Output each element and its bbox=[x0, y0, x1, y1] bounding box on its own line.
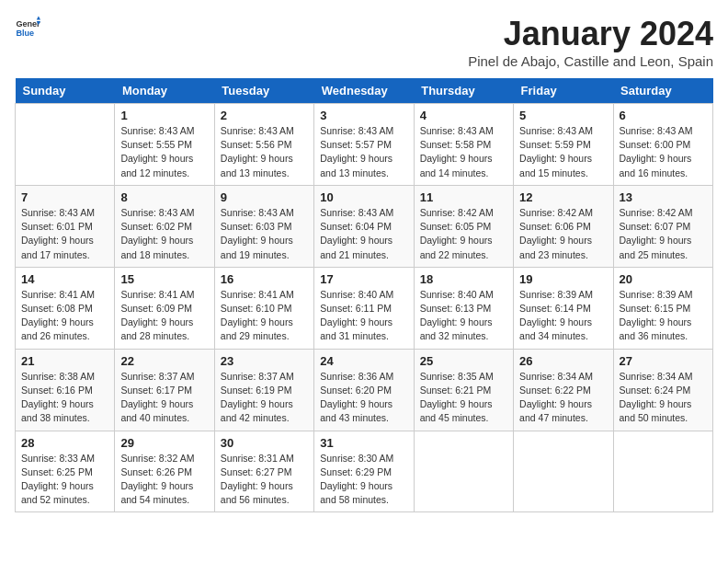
calendar-cell: 15Sunrise: 8:41 AM Sunset: 6:09 PM Dayli… bbox=[115, 267, 214, 349]
calendar-cell: 10Sunrise: 8:43 AM Sunset: 6:04 PM Dayli… bbox=[314, 185, 414, 267]
calendar-cell: 3Sunrise: 8:43 AM Sunset: 5:57 PM Daylig… bbox=[314, 104, 414, 186]
calendar-cell: 2Sunrise: 8:43 AM Sunset: 5:56 PM Daylig… bbox=[214, 104, 313, 186]
cell-text: Sunrise: 8:41 AM Sunset: 6:08 PM Dayligh… bbox=[21, 288, 108, 344]
calendar-cell: 4Sunrise: 8:43 AM Sunset: 5:58 PM Daylig… bbox=[414, 104, 513, 186]
calendar-subtitle: Pinel de Abajo, Castille and Leon, Spain bbox=[468, 53, 713, 69]
day-number: 23 bbox=[221, 354, 308, 368]
calendar-cell: 9Sunrise: 8:43 AM Sunset: 6:03 PM Daylig… bbox=[214, 185, 313, 267]
cell-text: Sunrise: 8:40 AM Sunset: 6:13 PM Dayligh… bbox=[420, 288, 507, 344]
cell-text: Sunrise: 8:43 AM Sunset: 6:04 PM Dayligh… bbox=[320, 206, 407, 262]
calendar-cell: 17Sunrise: 8:40 AM Sunset: 6:11 PM Dayli… bbox=[314, 267, 414, 349]
cell-text: Sunrise: 8:42 AM Sunset: 6:06 PM Dayligh… bbox=[519, 206, 607, 262]
cell-text: Sunrise: 8:42 AM Sunset: 6:07 PM Dayligh… bbox=[620, 206, 707, 262]
cell-text: Sunrise: 8:40 AM Sunset: 6:11 PM Dayligh… bbox=[320, 288, 407, 344]
cell-text: Sunrise: 8:41 AM Sunset: 6:09 PM Dayligh… bbox=[120, 288, 208, 344]
day-number: 10 bbox=[320, 190, 407, 204]
logo-icon: General Blue bbox=[15, 15, 40, 40]
cell-text: Sunrise: 8:43 AM Sunset: 6:03 PM Dayligh… bbox=[221, 206, 308, 262]
day-number: 21 bbox=[21, 354, 108, 368]
calendar-cell: 12Sunrise: 8:42 AM Sunset: 6:06 PM Dayli… bbox=[514, 185, 613, 267]
calendar-body: 1Sunrise: 8:43 AM Sunset: 5:55 PM Daylig… bbox=[16, 104, 713, 512]
col-header-tuesday: Tuesday bbox=[214, 78, 313, 104]
calendar-cell: 16Sunrise: 8:41 AM Sunset: 6:10 PM Dayli… bbox=[214, 267, 313, 349]
calendar-cell: 13Sunrise: 8:42 AM Sunset: 6:07 PM Dayli… bbox=[613, 185, 712, 267]
cell-text: Sunrise: 8:35 AM Sunset: 6:21 PM Dayligh… bbox=[420, 370, 507, 426]
col-header-monday: Monday bbox=[115, 78, 214, 104]
week-row-1: 1Sunrise: 8:43 AM Sunset: 5:55 PM Daylig… bbox=[16, 104, 713, 186]
title-area: January 2024 Pinel de Abajo, Castille an… bbox=[468, 15, 713, 69]
col-header-saturday: Saturday bbox=[613, 78, 712, 104]
day-number: 20 bbox=[620, 272, 707, 286]
day-number: 17 bbox=[320, 272, 407, 286]
cell-text: Sunrise: 8:43 AM Sunset: 5:56 PM Dayligh… bbox=[221, 124, 308, 180]
week-row-3: 14Sunrise: 8:41 AM Sunset: 6:08 PM Dayli… bbox=[16, 267, 713, 349]
calendar-cell: 8Sunrise: 8:43 AM Sunset: 6:02 PM Daylig… bbox=[115, 185, 214, 267]
col-header-friday: Friday bbox=[514, 78, 613, 104]
day-number: 27 bbox=[620, 354, 707, 368]
header: General Blue January 2024 Pinel de Abajo… bbox=[15, 15, 713, 69]
header-row: SundayMondayTuesdayWednesdayThursdayFrid… bbox=[16, 78, 713, 104]
cell-text: Sunrise: 8:34 AM Sunset: 6:24 PM Dayligh… bbox=[620, 370, 707, 426]
calendar-cell: 31Sunrise: 8:30 AM Sunset: 6:29 PM Dayli… bbox=[314, 431, 414, 512]
calendar-table: SundayMondayTuesdayWednesdayThursdayFrid… bbox=[15, 78, 713, 512]
svg-text:Blue: Blue bbox=[16, 29, 34, 38]
calendar-cell: 5Sunrise: 8:43 AM Sunset: 5:59 PM Daylig… bbox=[514, 104, 613, 186]
calendar-cell bbox=[16, 104, 115, 186]
day-number: 8 bbox=[120, 190, 208, 204]
day-number: 16 bbox=[221, 272, 308, 286]
day-number: 28 bbox=[21, 436, 108, 450]
cell-text: Sunrise: 8:36 AM Sunset: 6:20 PM Dayligh… bbox=[320, 370, 407, 426]
calendar-cell: 11Sunrise: 8:42 AM Sunset: 6:05 PM Dayli… bbox=[414, 185, 513, 267]
day-number: 7 bbox=[21, 190, 108, 204]
day-number: 29 bbox=[120, 436, 208, 450]
calendar-cell: 20Sunrise: 8:39 AM Sunset: 6:15 PM Dayli… bbox=[613, 267, 712, 349]
day-number: 30 bbox=[221, 436, 308, 450]
day-number: 9 bbox=[221, 190, 308, 204]
day-number: 5 bbox=[519, 109, 607, 122]
calendar-title: January 2024 bbox=[468, 15, 713, 53]
calendar-cell: 30Sunrise: 8:31 AM Sunset: 6:27 PM Dayli… bbox=[214, 431, 313, 512]
day-number: 6 bbox=[620, 109, 707, 122]
calendar-cell: 7Sunrise: 8:43 AM Sunset: 6:01 PM Daylig… bbox=[16, 185, 115, 267]
day-number: 26 bbox=[519, 354, 607, 368]
calendar-cell: 14Sunrise: 8:41 AM Sunset: 6:08 PM Dayli… bbox=[16, 267, 115, 349]
day-number: 11 bbox=[420, 190, 507, 204]
cell-text: Sunrise: 8:43 AM Sunset: 6:00 PM Dayligh… bbox=[620, 124, 707, 180]
cell-text: Sunrise: 8:43 AM Sunset: 5:57 PM Dayligh… bbox=[320, 124, 407, 180]
cell-text: Sunrise: 8:43 AM Sunset: 6:01 PM Dayligh… bbox=[21, 206, 108, 262]
calendar-cell: 22Sunrise: 8:37 AM Sunset: 6:17 PM Dayli… bbox=[115, 349, 214, 431]
cell-text: Sunrise: 8:34 AM Sunset: 6:22 PM Dayligh… bbox=[519, 370, 607, 426]
day-number: 31 bbox=[320, 436, 407, 450]
calendar-header: SundayMondayTuesdayWednesdayThursdayFrid… bbox=[16, 78, 713, 104]
calendar-cell bbox=[613, 431, 712, 512]
calendar-cell: 21Sunrise: 8:38 AM Sunset: 6:16 PM Dayli… bbox=[16, 349, 115, 431]
calendar-cell: 26Sunrise: 8:34 AM Sunset: 6:22 PM Dayli… bbox=[514, 349, 613, 431]
calendar-cell: 28Sunrise: 8:33 AM Sunset: 6:25 PM Dayli… bbox=[16, 431, 115, 512]
day-number: 18 bbox=[420, 272, 507, 286]
day-number: 13 bbox=[620, 190, 707, 204]
calendar-cell: 29Sunrise: 8:32 AM Sunset: 6:26 PM Dayli… bbox=[115, 431, 214, 512]
calendar-cell: 23Sunrise: 8:37 AM Sunset: 6:19 PM Dayli… bbox=[214, 349, 313, 431]
calendar-cell: 6Sunrise: 8:43 AM Sunset: 6:00 PM Daylig… bbox=[613, 104, 712, 186]
day-number: 3 bbox=[320, 109, 407, 122]
calendar-cell: 1Sunrise: 8:43 AM Sunset: 5:55 PM Daylig… bbox=[115, 104, 214, 186]
cell-text: Sunrise: 8:37 AM Sunset: 6:19 PM Dayligh… bbox=[221, 370, 308, 426]
cell-text: Sunrise: 8:30 AM Sunset: 6:29 PM Dayligh… bbox=[320, 452, 407, 508]
svg-marker-2 bbox=[37, 16, 40, 19]
cell-text: Sunrise: 8:39 AM Sunset: 6:15 PM Dayligh… bbox=[620, 288, 707, 344]
day-number: 25 bbox=[420, 354, 507, 368]
cell-text: Sunrise: 8:43 AM Sunset: 5:55 PM Dayligh… bbox=[120, 124, 208, 180]
col-header-wednesday: Wednesday bbox=[314, 78, 414, 104]
cell-text: Sunrise: 8:41 AM Sunset: 6:10 PM Dayligh… bbox=[221, 288, 308, 344]
cell-text: Sunrise: 8:31 AM Sunset: 6:27 PM Dayligh… bbox=[221, 452, 308, 508]
cell-text: Sunrise: 8:42 AM Sunset: 6:05 PM Dayligh… bbox=[420, 206, 507, 262]
day-number: 12 bbox=[519, 190, 607, 204]
cell-text: Sunrise: 8:39 AM Sunset: 6:14 PM Dayligh… bbox=[519, 288, 607, 344]
calendar-cell: 18Sunrise: 8:40 AM Sunset: 6:13 PM Dayli… bbox=[414, 267, 513, 349]
day-number: 24 bbox=[320, 354, 407, 368]
cell-text: Sunrise: 8:32 AM Sunset: 6:26 PM Dayligh… bbox=[120, 452, 208, 508]
logo: General Blue bbox=[15, 15, 40, 40]
cell-text: Sunrise: 8:37 AM Sunset: 6:17 PM Dayligh… bbox=[120, 370, 208, 426]
col-header-thursday: Thursday bbox=[414, 78, 513, 104]
cell-text: Sunrise: 8:43 AM Sunset: 5:59 PM Dayligh… bbox=[519, 124, 607, 180]
